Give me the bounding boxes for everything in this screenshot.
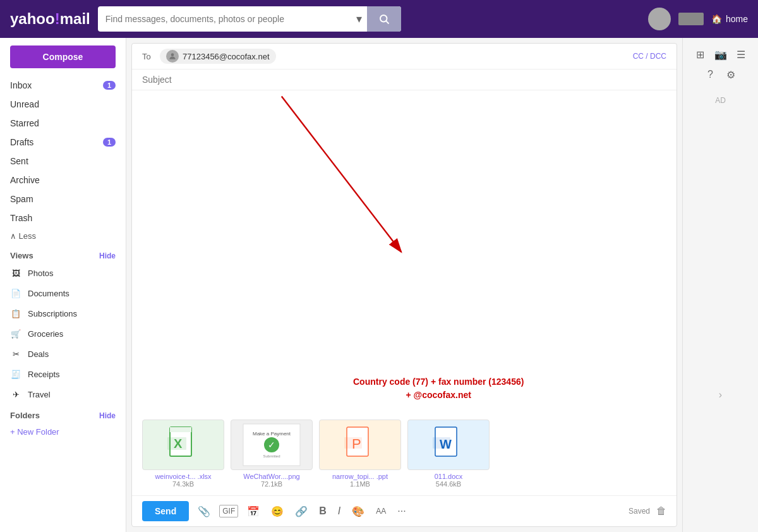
svg-rect-8 [167, 437, 186, 450]
sent-label: Sent [10, 156, 28, 166]
compose-toolbar: Send 📎 GIF 📅 😊 🔗 B I 🎨 AA ··· Saved 🗑 [132, 495, 677, 526]
send-button[interactable]: Send [142, 501, 189, 521]
right-icon-grid[interactable]: ⊞ [692, 45, 709, 63]
cc-bcc-button[interactable]: CC / DCC [633, 52, 666, 61]
annotation-arrow [132, 90, 677, 318]
sidebar-item-documents[interactable]: 📄 Documents [0, 283, 126, 303]
right-icon-list[interactable]: ☰ [732, 45, 750, 63]
starred-label: Starred [10, 118, 39, 128]
annotation-text: Country code (77) + fax number (123456) … [353, 375, 524, 402]
png-thumbnail: Make a Payment ✓ Submitted [240, 423, 303, 467]
travel-icon: ✈ [10, 389, 21, 400]
new-folder-label: + New Folder [10, 427, 59, 437]
attachment-size-ppt: 1.1MB [350, 480, 370, 488]
to-label: To [142, 52, 155, 61]
right-icon-help[interactable]: ? [702, 66, 719, 83]
compose-button[interactable]: Compose [10, 45, 116, 68]
right-icon-camera[interactable]: 📷 [712, 45, 730, 63]
sidebar-item-deals[interactable]: ✂ Deals [0, 344, 126, 364]
sidebar-item-starred[interactable]: Starred [0, 114, 126, 133]
color-icon[interactable]: 🎨 [349, 503, 367, 520]
new-folder-button[interactable]: + New Folder [0, 423, 126, 441]
inbox-badge: 1 [103, 81, 116, 90]
sidebar-item-inbox[interactable]: Inbox 1 [0, 76, 126, 95]
search-bar: ▾ [98, 6, 401, 32]
attachment-ppt: P narrow_topi... .ppt 1.1MB [319, 420, 401, 488]
right-panel: ⊞ 📷 ☰ ? ⚙ AD › [682, 38, 758, 532]
sidebar-item-groceries[interactable]: 🛒 Groceries [0, 323, 126, 344]
views-hide-link[interactable]: Hide [99, 251, 116, 260]
saved-status: Saved [629, 507, 650, 516]
compose-body[interactable]: Country code (77) + fax number (123456) … [132, 90, 677, 414]
right-icons: ⊞ 📷 ☰ ? ⚙ [683, 38, 758, 91]
attachment-size-docx: 544.6kB [436, 480, 461, 488]
sidebar-item-unread[interactable]: Unread [0, 95, 126, 114]
right-icon-settings[interactable]: ⚙ [722, 66, 740, 83]
sidebar-item-receipts[interactable]: 🧾 Receipts [0, 364, 126, 384]
font-size-icon[interactable]: AA [373, 504, 388, 518]
more-icon[interactable]: ··· [395, 503, 408, 519]
attachment-docx: W 011.docx 544.6kB [407, 420, 490, 488]
right-panel-expand-arrow[interactable]: › [714, 384, 727, 406]
attachment-xlsx: X weinvoice-t... .xlsx 74.3kB [142, 420, 224, 488]
folders-hide-link[interactable]: Hide [99, 411, 116, 420]
compose-window: To 77123456@cocofax.net CC / DCC [131, 43, 677, 527]
recipient-address: 77123456@cocofax.net [183, 52, 270, 61]
delete-icon[interactable]: 🗑 [656, 505, 666, 517]
sidebar-item-travel[interactable]: ✈ Travel [0, 384, 126, 404]
subscriptions-label: Subscriptions [28, 309, 77, 318]
calendar-icon[interactable]: 📅 [244, 503, 262, 520]
italic-icon[interactable]: I [335, 503, 343, 519]
sidebar-item-photos[interactable]: 🖼 Photos [0, 263, 126, 283]
drafts-label: Drafts [10, 137, 33, 147]
deals-label: Deals [28, 349, 49, 359]
subject-input[interactable] [142, 75, 666, 85]
header-right: 🏠 home [648, 8, 748, 30]
gif-icon[interactable]: GIF [219, 505, 238, 517]
emoji-icon[interactable]: 😊 [268, 503, 286, 520]
drafts-badge: 1 [103, 138, 116, 147]
sidebar-item-spam[interactable]: Spam [0, 190, 126, 209]
sidebar: Compose Inbox 1 Unread Starred Drafts 1 … [0, 38, 126, 532]
home-label: home [726, 14, 748, 24]
sidebar-item-trash[interactable]: Trash [0, 209, 126, 227]
photos-label: Photos [28, 269, 53, 278]
ad-placeholder: AD [710, 91, 731, 110]
compose-to-row: To 77123456@cocofax.net CC / DCC [132, 44, 677, 70]
link-icon[interactable]: 🔗 [292, 503, 310, 520]
yahoo-mail-logo: yahoo!mail [10, 10, 90, 28]
attachment-name-xlsx: weinvoice-t... .xlsx [155, 473, 211, 480]
attach-icon[interactable]: 📎 [195, 503, 213, 520]
receipts-icon: 🧾 [10, 368, 21, 380]
attachment-thumb-png: Make a Payment ✓ Submitted [231, 420, 313, 470]
xlsx-file-icon: X [167, 426, 199, 464]
svg-text:Submitted: Submitted [263, 454, 280, 458]
svg-text:✓: ✓ [268, 440, 275, 450]
documents-label: Documents [28, 289, 69, 298]
svg-line-4 [282, 96, 401, 251]
header-menu-bar[interactable] [678, 13, 704, 25]
less-toggle[interactable]: ∧ Less [0, 227, 126, 245]
unread-label: Unread [10, 99, 39, 109]
attachment-name-png: WeChatWor....png [243, 473, 299, 480]
search-button[interactable] [367, 6, 401, 32]
sidebar-item-drafts[interactable]: Drafts 1 [0, 133, 126, 152]
svg-line-1 [386, 21, 388, 23]
bold-icon[interactable]: B [316, 503, 329, 519]
trash-label: Trash [10, 213, 32, 223]
home-icon: 🏠 [711, 14, 722, 24]
docx-file-icon: W [433, 426, 464, 464]
search-input[interactable] [98, 14, 351, 24]
folders-label: Folders [10, 411, 40, 420]
attachment-thumb-ppt: P [319, 420, 401, 470]
avatar[interactable] [648, 8, 671, 30]
search-dropdown-icon[interactable]: ▾ [351, 12, 367, 26]
sidebar-item-sent[interactable]: Sent [0, 152, 126, 171]
attachment-name-docx: 011.docx [435, 473, 463, 480]
ppt-file-icon: P [344, 426, 376, 464]
subscriptions-icon: 📋 [10, 308, 21, 319]
travel-label: Travel [28, 390, 51, 399]
sidebar-item-archive[interactable]: Archive [0, 171, 126, 190]
sidebar-item-subscriptions[interactable]: 📋 Subscriptions [0, 303, 126, 323]
home-button[interactable]: 🏠 home [711, 14, 748, 24]
